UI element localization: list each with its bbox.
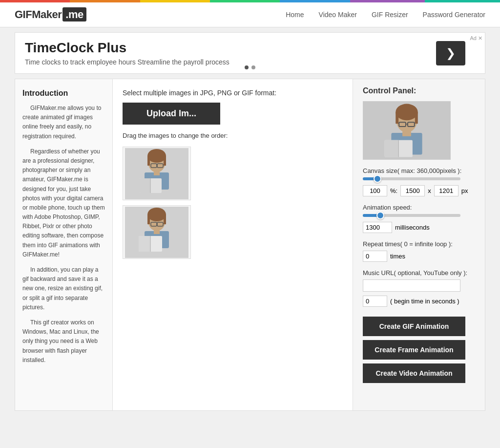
upload-button[interactable]: Upload Im... xyxy=(123,103,220,125)
canvas-x-label: x xyxy=(428,187,431,194)
svg-rect-13 xyxy=(154,171,160,175)
canvas-width-input[interactable] xyxy=(400,185,425,196)
nav-gif-resizer[interactable]: GIF Resizer xyxy=(372,11,408,19)
music-url-input[interactable] xyxy=(363,279,460,292)
ad-close[interactable]: Ad ✕ xyxy=(470,35,482,42)
svg-rect-17 xyxy=(147,214,150,224)
list-item[interactable] xyxy=(123,205,191,259)
preview-svg xyxy=(363,101,450,160)
repeat-input[interactable] xyxy=(363,251,387,262)
ad-subtitle: Time clocks to track employee hours Stre… xyxy=(25,58,426,66)
drag-label: Drag the images to change the order: xyxy=(123,132,343,139)
svg-rect-11 xyxy=(140,178,150,193)
nav-video-maker[interactable]: Video Maker xyxy=(319,11,357,19)
sidebar-para-3: In addition, you can play a gif backward… xyxy=(22,265,105,312)
canvas-slider-thumb[interactable] xyxy=(374,175,381,183)
right-panel: Control Panel: xyxy=(353,79,485,410)
canvas-slider-track[interactable] xyxy=(363,177,460,180)
select-label: Select multiple images in JPG, PNG or GI… xyxy=(123,89,343,97)
middle-panel: Select multiple images in JPG, PNG or GI… xyxy=(113,79,353,410)
ad-content: TimeClock Plus Time clocks to track empl… xyxy=(25,40,426,66)
canvas-percent-input[interactable] xyxy=(363,185,387,196)
create-frame-button[interactable]: Create Frame Animation xyxy=(363,340,465,360)
create-video-button[interactable]: Create Video Animation xyxy=(363,363,465,383)
header: GIFMaker.me Home Video Maker GIF Resizer… xyxy=(0,2,500,27)
animation-speed-label: Animation speed: xyxy=(363,204,475,211)
ad-banner: Ad ✕ TimeClock Plus Time clocks to track… xyxy=(15,32,485,74)
svg-point-3 xyxy=(147,149,166,163)
begin-row: ( begin time in seconds ) xyxy=(363,296,475,307)
ad-dots xyxy=(245,65,255,69)
ad-dot-1[interactable] xyxy=(245,65,249,69)
music-url-label: Music URL( optional, YouTube only ): xyxy=(363,269,475,277)
svg-rect-24 xyxy=(139,236,150,252)
frame-image-1 xyxy=(125,148,188,199)
canvas-height-input[interactable] xyxy=(434,185,458,196)
main-nav: Home Video Maker GIF Resizer Password Ge… xyxy=(286,11,485,19)
svg-rect-30 xyxy=(396,112,398,124)
repeat-label: Repeat times( 0 = infinite loop ): xyxy=(363,240,475,248)
ad-dot-2[interactable] xyxy=(251,65,255,69)
nav-home[interactable]: Home xyxy=(286,11,304,19)
speed-row: milliseconds xyxy=(363,222,475,233)
logo-me: .me xyxy=(62,7,86,21)
svg-rect-18 xyxy=(164,214,166,224)
animation-unit-label: milliseconds xyxy=(395,224,430,231)
canvas-px-label: px xyxy=(461,187,468,194)
create-gif-button[interactable]: Create GIF Animation xyxy=(363,317,465,336)
ad-title: TimeClock Plus xyxy=(25,40,426,56)
sidebar-para-2: Regardless of whether you are a professi… xyxy=(22,147,105,259)
begin-time-label: ( begin time in seconds ) xyxy=(390,298,459,305)
svg-rect-31 xyxy=(415,112,418,124)
svg-rect-4 xyxy=(147,156,150,166)
svg-rect-37 xyxy=(385,140,399,157)
sidebar-text: GIFMaker.me allows you to create animate… xyxy=(22,104,105,365)
logo[interactable]: GIFMaker.me xyxy=(15,8,86,21)
svg-rect-39 xyxy=(402,131,411,136)
close-icon[interactable]: ✕ xyxy=(478,35,482,42)
logo-text: GIFMaker.me xyxy=(15,8,86,21)
canvas-slider-wrap xyxy=(363,177,475,180)
nav-password-generator[interactable]: Password Generator xyxy=(423,11,485,19)
size-row: %: x px xyxy=(363,185,475,196)
begin-time-input[interactable] xyxy=(363,296,387,307)
animation-slider-thumb[interactable] xyxy=(376,212,384,219)
svg-rect-5 xyxy=(164,156,166,166)
sidebar: Introduction GIFMaker.me allows you to c… xyxy=(15,79,113,410)
list-item[interactable] xyxy=(123,147,191,200)
sidebar-title: Introduction xyxy=(22,89,105,98)
canvas-size-label: Canvas size( max: 360,000pixels ): xyxy=(363,167,475,174)
frame-image-2 xyxy=(125,207,188,258)
svg-point-16 xyxy=(147,208,166,221)
logo-gifmaker: GIFMaker xyxy=(15,8,62,21)
animation-slider-track[interactable] xyxy=(363,214,460,217)
sidebar-para-4: This gif creator works on Windows, Mac a… xyxy=(22,318,105,365)
ad-arrow-button[interactable]: ❯ xyxy=(436,41,465,65)
main-container: Introduction GIFMaker.me allows you to c… xyxy=(15,79,485,411)
image-list xyxy=(123,147,343,259)
sidebar-para-1: GIFMaker.me allows you to create animate… xyxy=(22,104,105,141)
svg-point-29 xyxy=(396,104,417,121)
animation-speed-input[interactable] xyxy=(363,222,392,233)
repeat-row: times xyxy=(363,251,475,262)
preview-image xyxy=(363,101,451,160)
svg-rect-26 xyxy=(154,230,160,234)
ad-label: Ad xyxy=(470,35,477,42)
animation-slider-wrap xyxy=(363,214,475,217)
canvas-percent-symbol: %: xyxy=(390,187,397,194)
repeat-unit-label: times xyxy=(390,253,405,260)
control-panel-title: Control Panel: xyxy=(363,86,475,95)
